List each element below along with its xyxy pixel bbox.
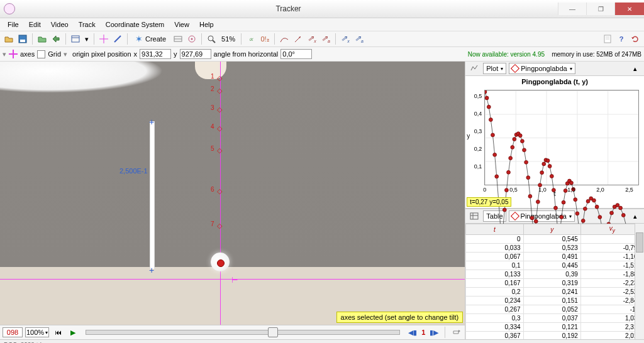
create-button[interactable]: ✶Create [131, 33, 170, 45]
refresh-icon[interactable] [629, 33, 641, 45]
origin-y-input[interactable] [180, 49, 211, 59]
save-icon[interactable] [16, 33, 29, 45]
menu-view[interactable]: View [169, 19, 194, 30]
table-row[interactable]: 0,0670,491-1,169 [466, 253, 644, 261]
table-row[interactable]: 0,2340,151-2,843 [466, 297, 644, 305]
table-row[interactable]: 0,1670,319-2,232 [466, 279, 644, 288]
svg-point-28 [495, 175, 499, 178]
data-table[interactable]: tyvy00,5450,0330,523-0,7970,0670,491-1,1… [465, 224, 644, 339]
maximize-panel-icon[interactable]: ▴ [629, 62, 641, 75]
chevron-down-icon[interactable]: ▾ [83, 33, 91, 45]
menu-coordinate-system[interactable]: Coordinate System [101, 19, 170, 30]
table-row[interactable]: 0,3670,1922,019 [466, 332, 644, 340]
track-point[interactable]: 5◇ [217, 146, 223, 153]
calibration-stick[interactable] [150, 121, 155, 269]
notes-icon[interactable] [601, 33, 614, 45]
track-control-icon[interactable] [172, 33, 184, 45]
a-comp-icon[interactable]: ⇗a [319, 33, 332, 45]
step-back-icon[interactable]: ◀▮ [406, 326, 419, 339]
table-row[interactable]: 0,3340,1212,312 [466, 323, 644, 332]
table-row[interactable]: 0,30,0371,037 [466, 314, 644, 323]
plot-xlabel[interactable]: t [465, 190, 644, 197]
svg-point-72 [582, 219, 586, 222]
clip-settings-icon[interactable] [69, 33, 82, 45]
scrub-slider[interactable] [86, 330, 400, 335]
labels-icon[interactable]: 0!₂ [258, 33, 271, 45]
path-icon[interactable] [278, 33, 291, 45]
close-button[interactable]: ✕ [614, 3, 644, 15]
chevron-down-icon[interactable]: ▾ [3, 50, 6, 58]
menu-video[interactable]: Video [46, 19, 74, 30]
svg-point-43 [525, 160, 528, 164]
track-point[interactable]: 1◇ [217, 74, 223, 80]
plot-view-icon[interactable] [468, 62, 480, 75]
loop-icon[interactable] [450, 326, 462, 339]
svg-point-54 [546, 159, 550, 163]
table-view-icon[interactable] [468, 210, 480, 222]
track-point[interactable]: 3◇ [217, 106, 223, 112]
plot-track-select[interactable]: Pingponglabda▾ [509, 63, 575, 74]
track-point[interactable]: 7◇ [217, 222, 223, 228]
plot-readout: t=0,27 y=0,05 [467, 197, 511, 207]
table-row[interactable]: 0,10,445-1,514 [466, 261, 644, 270]
svg-point-40 [519, 134, 523, 138]
maximize-button[interactable]: ❐ [586, 3, 614, 15]
stick-end-bottom[interactable]: + [148, 265, 155, 275]
svg-line-6 [114, 36, 121, 42]
track-point[interactable]: 6◇ [217, 187, 223, 193]
menu-help[interactable]: Help [194, 19, 219, 30]
video-view[interactable]: + + 2,500E-1 ⊢ 1◇2◇3◇4◇5◇6◇7◇8◇ axes sel… [0, 62, 465, 325]
trails-icon[interactable]: ∝ [245, 33, 257, 45]
menu-file[interactable]: File [3, 19, 24, 30]
play-icon[interactable]: ▶ [67, 326, 79, 339]
menu-bar: File Edit Video Track Coordinate System … [0, 18, 644, 31]
table-row[interactable]: 0,2670,052-1,7 [466, 305, 644, 314]
step-size[interactable]: 1 [421, 329, 425, 336]
svg-point-74 [586, 199, 590, 203]
table-scrollbar[interactable] [635, 224, 644, 339]
chevron-down-icon[interactable]: ▾ [64, 50, 67, 58]
f-vector-icon[interactable]: ⇗a [353, 33, 365, 45]
minimize-button[interactable]: — [558, 3, 586, 15]
angle-input[interactable] [280, 49, 312, 59]
plot-box[interactable] [484, 90, 639, 185]
export-icon[interactable] [50, 33, 62, 45]
step-fwd-icon[interactable]: ▮▶ [428, 326, 440, 339]
svg-point-55 [548, 165, 552, 168]
tape-icon[interactable] [111, 33, 124, 45]
v-vector-icon[interactable] [292, 33, 304, 45]
frame-number[interactable]: 098 [3, 327, 23, 337]
axis-arrow-icon: ⊢ [231, 276, 238, 285]
table-row[interactable]: 00,545 [466, 235, 644, 244]
track-point[interactable]: 4◇ [217, 124, 223, 131]
zoom-icon[interactable] [205, 33, 218, 45]
grid-checkbox[interactable] [37, 50, 45, 58]
p-vector-icon[interactable]: ⇗x [339, 33, 352, 45]
table-row[interactable]: 0,20,241-2,524 [466, 288, 644, 297]
table-row[interactable]: 0,0330,523-0,797 [466, 244, 644, 253]
track-point[interactable]: 2◇ [217, 87, 223, 93]
plot-button[interactable]: Plot▾ [483, 63, 506, 74]
table-header[interactable]: t [466, 224, 523, 235]
svg-point-46 [530, 216, 534, 220]
rewind-icon[interactable]: ⏮ [52, 326, 64, 339]
stick-end-top[interactable]: + [148, 117, 155, 127]
table-row[interactable]: 0,1330,39-1,886 [466, 270, 644, 279]
svg-point-34 [507, 170, 511, 174]
playback-rate[interactable]: 100%▾ [25, 327, 49, 337]
a-vector-icon[interactable]: ⇗x [306, 33, 318, 45]
table-header[interactable]: y [523, 224, 580, 235]
plot-area[interactable]: Pingponglabda (t, y) y 0,5 0,4 0,3 0,2 0… [465, 76, 644, 209]
current-point-marker[interactable] [217, 259, 225, 267]
zoom-value[interactable]: 51% [219, 35, 238, 43]
open-icon[interactable] [3, 33, 15, 45]
svg-point-61 [560, 215, 564, 219]
stick-length-label[interactable]: 2,500E-1 [119, 167, 148, 175]
menu-edit[interactable]: Edit [24, 19, 46, 30]
axes-icon[interactable] [97, 33, 110, 45]
clip-open-icon[interactable] [36, 33, 48, 45]
menu-track[interactable]: Track [74, 19, 101, 30]
autotracker-icon[interactable] [186, 33, 198, 45]
origin-x-input[interactable] [140, 49, 171, 59]
help-icon[interactable]: ? [615, 33, 628, 45]
